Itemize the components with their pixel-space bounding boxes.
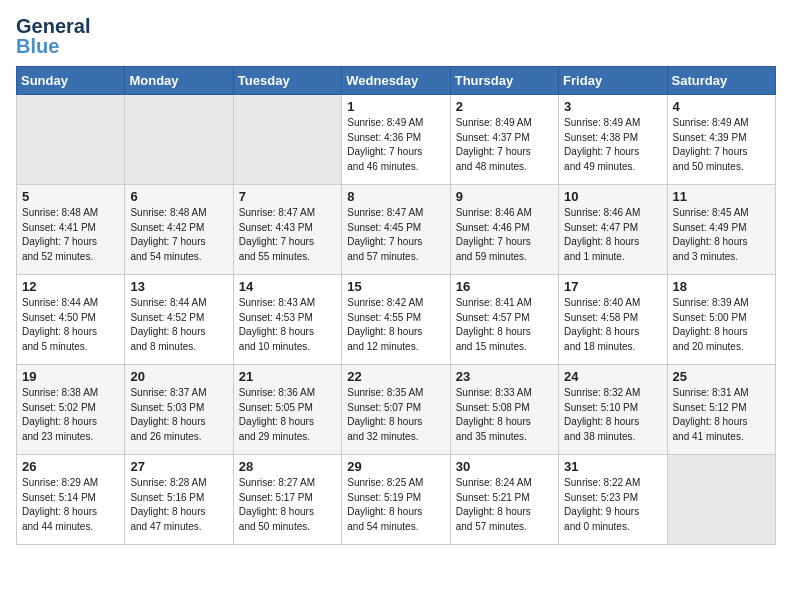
weekday-header-row: SundayMondayTuesdayWednesdayThursdayFrid… xyxy=(17,67,776,95)
calendar-cell: 6Sunrise: 8:48 AM Sunset: 4:42 PM Daylig… xyxy=(125,185,233,275)
day-info: Sunrise: 8:48 AM Sunset: 4:41 PM Dayligh… xyxy=(22,206,119,264)
day-info: Sunrise: 8:46 AM Sunset: 4:47 PM Dayligh… xyxy=(564,206,661,264)
calendar-cell: 25Sunrise: 8:31 AM Sunset: 5:12 PM Dayli… xyxy=(667,365,775,455)
day-info: Sunrise: 8:39 AM Sunset: 5:00 PM Dayligh… xyxy=(673,296,770,354)
day-number: 27 xyxy=(130,459,227,474)
day-info: Sunrise: 8:35 AM Sunset: 5:07 PM Dayligh… xyxy=(347,386,444,444)
day-info: Sunrise: 8:38 AM Sunset: 5:02 PM Dayligh… xyxy=(22,386,119,444)
day-info: Sunrise: 8:47 AM Sunset: 4:43 PM Dayligh… xyxy=(239,206,336,264)
day-info: Sunrise: 8:44 AM Sunset: 4:52 PM Dayligh… xyxy=(130,296,227,354)
calendar-cell: 9Sunrise: 8:46 AM Sunset: 4:46 PM Daylig… xyxy=(450,185,558,275)
calendar-cell: 19Sunrise: 8:38 AM Sunset: 5:02 PM Dayli… xyxy=(17,365,125,455)
day-info: Sunrise: 8:49 AM Sunset: 4:38 PM Dayligh… xyxy=(564,116,661,174)
day-number: 26 xyxy=(22,459,119,474)
calendar-cell: 26Sunrise: 8:29 AM Sunset: 5:14 PM Dayli… xyxy=(17,455,125,545)
calendar-cell: 10Sunrise: 8:46 AM Sunset: 4:47 PM Dayli… xyxy=(559,185,667,275)
day-info: Sunrise: 8:48 AM Sunset: 4:42 PM Dayligh… xyxy=(130,206,227,264)
week-row-5: 26Sunrise: 8:29 AM Sunset: 5:14 PM Dayli… xyxy=(17,455,776,545)
day-info: Sunrise: 8:28 AM Sunset: 5:16 PM Dayligh… xyxy=(130,476,227,534)
day-number: 12 xyxy=(22,279,119,294)
weekday-header-friday: Friday xyxy=(559,67,667,95)
logo: General Blue xyxy=(16,16,60,54)
weekday-header-monday: Monday xyxy=(125,67,233,95)
calendar-cell: 1Sunrise: 8:49 AM Sunset: 4:36 PM Daylig… xyxy=(342,95,450,185)
day-number: 25 xyxy=(673,369,770,384)
day-info: Sunrise: 8:49 AM Sunset: 4:39 PM Dayligh… xyxy=(673,116,770,174)
weekday-header-tuesday: Tuesday xyxy=(233,67,341,95)
day-number: 9 xyxy=(456,189,553,204)
day-number: 11 xyxy=(673,189,770,204)
week-row-2: 5Sunrise: 8:48 AM Sunset: 4:41 PM Daylig… xyxy=(17,185,776,275)
day-info: Sunrise: 8:31 AM Sunset: 5:12 PM Dayligh… xyxy=(673,386,770,444)
day-number: 24 xyxy=(564,369,661,384)
calendar-cell: 7Sunrise: 8:47 AM Sunset: 4:43 PM Daylig… xyxy=(233,185,341,275)
day-info: Sunrise: 8:37 AM Sunset: 5:03 PM Dayligh… xyxy=(130,386,227,444)
day-number: 5 xyxy=(22,189,119,204)
calendar-cell: 23Sunrise: 8:33 AM Sunset: 5:08 PM Dayli… xyxy=(450,365,558,455)
day-info: Sunrise: 8:32 AM Sunset: 5:10 PM Dayligh… xyxy=(564,386,661,444)
day-info: Sunrise: 8:46 AM Sunset: 4:46 PM Dayligh… xyxy=(456,206,553,264)
calendar-cell: 18Sunrise: 8:39 AM Sunset: 5:00 PM Dayli… xyxy=(667,275,775,365)
day-number: 23 xyxy=(456,369,553,384)
day-number: 10 xyxy=(564,189,661,204)
day-number: 3 xyxy=(564,99,661,114)
weekday-header-sunday: Sunday xyxy=(17,67,125,95)
day-info: Sunrise: 8:33 AM Sunset: 5:08 PM Dayligh… xyxy=(456,386,553,444)
day-info: Sunrise: 8:40 AM Sunset: 4:58 PM Dayligh… xyxy=(564,296,661,354)
day-info: Sunrise: 8:47 AM Sunset: 4:45 PM Dayligh… xyxy=(347,206,444,264)
calendar-cell: 17Sunrise: 8:40 AM Sunset: 4:58 PM Dayli… xyxy=(559,275,667,365)
day-number: 6 xyxy=(130,189,227,204)
calendar-cell: 2Sunrise: 8:49 AM Sunset: 4:37 PM Daylig… xyxy=(450,95,558,185)
day-info: Sunrise: 8:45 AM Sunset: 4:49 PM Dayligh… xyxy=(673,206,770,264)
calendar-cell: 28Sunrise: 8:27 AM Sunset: 5:17 PM Dayli… xyxy=(233,455,341,545)
day-info: Sunrise: 8:27 AM Sunset: 5:17 PM Dayligh… xyxy=(239,476,336,534)
calendar-cell: 20Sunrise: 8:37 AM Sunset: 5:03 PM Dayli… xyxy=(125,365,233,455)
day-info: Sunrise: 8:22 AM Sunset: 5:23 PM Dayligh… xyxy=(564,476,661,534)
calendar-cell: 11Sunrise: 8:45 AM Sunset: 4:49 PM Dayli… xyxy=(667,185,775,275)
day-number: 29 xyxy=(347,459,444,474)
day-info: Sunrise: 8:42 AM Sunset: 4:55 PM Dayligh… xyxy=(347,296,444,354)
day-info: Sunrise: 8:36 AM Sunset: 5:05 PM Dayligh… xyxy=(239,386,336,444)
weekday-header-wednesday: Wednesday xyxy=(342,67,450,95)
calendar-cell xyxy=(125,95,233,185)
day-number: 2 xyxy=(456,99,553,114)
calendar-cell: 13Sunrise: 8:44 AM Sunset: 4:52 PM Dayli… xyxy=(125,275,233,365)
calendar-cell: 21Sunrise: 8:36 AM Sunset: 5:05 PM Dayli… xyxy=(233,365,341,455)
day-number: 28 xyxy=(239,459,336,474)
calendar-cell: 30Sunrise: 8:24 AM Sunset: 5:21 PM Dayli… xyxy=(450,455,558,545)
week-row-4: 19Sunrise: 8:38 AM Sunset: 5:02 PM Dayli… xyxy=(17,365,776,455)
day-info: Sunrise: 8:29 AM Sunset: 5:14 PM Dayligh… xyxy=(22,476,119,534)
day-info: Sunrise: 8:44 AM Sunset: 4:50 PM Dayligh… xyxy=(22,296,119,354)
calendar-cell xyxy=(17,95,125,185)
day-number: 14 xyxy=(239,279,336,294)
day-number: 20 xyxy=(130,369,227,384)
week-row-3: 12Sunrise: 8:44 AM Sunset: 4:50 PM Dayli… xyxy=(17,275,776,365)
day-number: 13 xyxy=(130,279,227,294)
calendar-cell: 8Sunrise: 8:47 AM Sunset: 4:45 PM Daylig… xyxy=(342,185,450,275)
calendar-table: SundayMondayTuesdayWednesdayThursdayFrid… xyxy=(16,66,776,545)
calendar-cell: 3Sunrise: 8:49 AM Sunset: 4:38 PM Daylig… xyxy=(559,95,667,185)
calendar-cell: 29Sunrise: 8:25 AM Sunset: 5:19 PM Dayli… xyxy=(342,455,450,545)
week-row-1: 1Sunrise: 8:49 AM Sunset: 4:36 PM Daylig… xyxy=(17,95,776,185)
day-number: 1 xyxy=(347,99,444,114)
day-info: Sunrise: 8:49 AM Sunset: 4:37 PM Dayligh… xyxy=(456,116,553,174)
weekday-header-saturday: Saturday xyxy=(667,67,775,95)
day-number: 4 xyxy=(673,99,770,114)
day-number: 7 xyxy=(239,189,336,204)
page-header: General Blue xyxy=(16,16,776,54)
day-number: 21 xyxy=(239,369,336,384)
day-number: 31 xyxy=(564,459,661,474)
calendar-cell: 14Sunrise: 8:43 AM Sunset: 4:53 PM Dayli… xyxy=(233,275,341,365)
day-number: 18 xyxy=(673,279,770,294)
calendar-cell: 12Sunrise: 8:44 AM Sunset: 4:50 PM Dayli… xyxy=(17,275,125,365)
day-info: Sunrise: 8:43 AM Sunset: 4:53 PM Dayligh… xyxy=(239,296,336,354)
weekday-header-thursday: Thursday xyxy=(450,67,558,95)
day-number: 22 xyxy=(347,369,444,384)
calendar-cell xyxy=(667,455,775,545)
calendar-cell: 5Sunrise: 8:48 AM Sunset: 4:41 PM Daylig… xyxy=(17,185,125,275)
day-info: Sunrise: 8:41 AM Sunset: 4:57 PM Dayligh… xyxy=(456,296,553,354)
day-info: Sunrise: 8:25 AM Sunset: 5:19 PM Dayligh… xyxy=(347,476,444,534)
day-number: 19 xyxy=(22,369,119,384)
calendar-cell: 27Sunrise: 8:28 AM Sunset: 5:16 PM Dayli… xyxy=(125,455,233,545)
day-number: 8 xyxy=(347,189,444,204)
